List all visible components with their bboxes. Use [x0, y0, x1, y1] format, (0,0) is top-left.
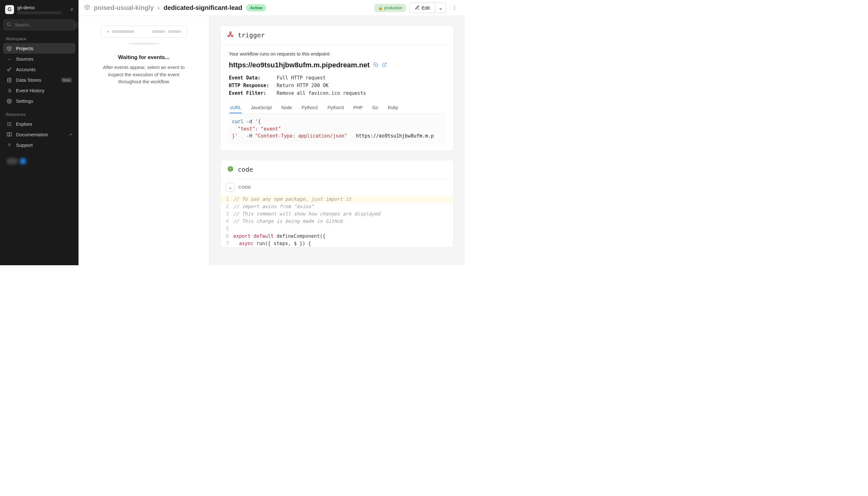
- kv-value: Full HTTP request: [277, 75, 326, 81]
- placeholder-card: [101, 26, 187, 38]
- svg-point-15: [9, 124, 10, 124]
- waiting-title: Waiting for events...: [118, 54, 170, 61]
- copy-icon[interactable]: [373, 62, 378, 68]
- search-icon: [6, 22, 12, 28]
- chevron-updown-icon: ⇵: [70, 7, 74, 12]
- sidebar-item-documentation[interactable]: Documentation ↗: [3, 129, 75, 140]
- database-icon: [6, 78, 12, 83]
- sidebar-item-explore[interactable]: Explore: [3, 119, 75, 129]
- grid-icon: [6, 122, 12, 127]
- svg-point-18: [9, 125, 10, 126]
- arrow-right-icon: →: [6, 56, 12, 62]
- sidebar-item-accounts[interactable]: Accounts: [3, 64, 75, 75]
- edit-button[interactable]: Edit: [410, 3, 435, 13]
- kv-value: Return HTTP 200 OK: [277, 83, 329, 89]
- endpoint-url: https://eo9tsu1hjbw8ufm.m.pipedream.net: [229, 61, 369, 69]
- kv-key: Event Filter:: [229, 90, 277, 96]
- sidebar-item-label: Documentation: [16, 132, 48, 137]
- workflow-panel: trigger Your workflow runs on requests t…: [209, 16, 464, 265]
- svg-point-0: [7, 23, 10, 26]
- list-icon: [6, 88, 12, 93]
- endpoint-url-row: https://eo9tsu1hjbw8ufm.m.pipedream.net: [229, 61, 445, 69]
- code-editor[interactable]: 1// To use any npm package, just import …: [221, 196, 454, 248]
- beta-badge: Beta: [61, 78, 72, 83]
- svg-point-13: [10, 122, 11, 123]
- trigger-card: trigger Your workflow runs on requests t…: [220, 26, 454, 151]
- code-title: code: [238, 166, 253, 173]
- svg-point-10: [9, 100, 10, 102]
- expand-code-button[interactable]: ⌄: [226, 183, 235, 192]
- sidebar-item-label: Accounts: [16, 67, 36, 72]
- svg-line-24: [384, 63, 386, 65]
- sidebar-section-workspace: Workspace: [6, 36, 73, 41]
- trigger-title: trigger: [238, 31, 265, 39]
- nodejs-icon: JS: [227, 165, 234, 174]
- breadcrumb-current: dedicated-significant-lead: [163, 4, 242, 12]
- svg-point-20: [228, 35, 230, 37]
- org-selector[interactable]: G git-demo ⇵: [3, 3, 75, 16]
- code-line: 1// To use any npm package, just import …: [221, 196, 454, 203]
- org-subtitle-blur: [17, 12, 62, 14]
- svg-point-11: [7, 122, 8, 123]
- sidebar-item-label: Data Stores: [16, 77, 41, 83]
- events-panel: Waiting for events... After events appea…: [79, 16, 209, 265]
- external-link-icon[interactable]: [382, 62, 387, 68]
- code-line: 3// This comment will show how changes a…: [221, 210, 454, 218]
- code-tab-ruby[interactable]: Ruby: [387, 103, 399, 113]
- pencil-icon: [415, 5, 420, 11]
- svg-point-14: [7, 124, 8, 124]
- edit-dropdown[interactable]: ⌄: [435, 3, 446, 13]
- code-tab-javascript[interactable]: JavaScript: [250, 103, 272, 113]
- trigger-description: Your workflow runs on requests to this e…: [229, 51, 445, 57]
- env-badge[interactable]: 🔒 production: [375, 4, 406, 12]
- cube-icon: [6, 46, 12, 51]
- breadcrumb-parent[interactable]: poised-usual-kingly: [94, 4, 154, 12]
- code-line: 5: [221, 225, 454, 233]
- code-line: 7 async run({ steps, $ }) {: [221, 240, 454, 247]
- kv-key: HTTP Response:: [229, 83, 277, 89]
- sidebar-item-projects[interactable]: Projects: [3, 43, 75, 53]
- gear-icon: [6, 99, 12, 104]
- svg-rect-23: [375, 64, 378, 67]
- code-tab-php[interactable]: PHP: [353, 103, 363, 113]
- cube-icon: [84, 4, 90, 12]
- blurred-content: [6, 158, 75, 165]
- chevron-down-icon: ⌄: [439, 5, 443, 11]
- topbar: poised-usual-kingly › dedicated-signific…: [79, 0, 464, 16]
- lock-icon: 🔒: [378, 6, 383, 10]
- sidebar-item-label: Support: [16, 142, 33, 148]
- code-line: 6export default defineComponent({: [221, 233, 454, 240]
- code-tab-go[interactable]: Go: [372, 103, 379, 113]
- svg-line-1: [10, 25, 11, 26]
- search-input[interactable]: [15, 22, 70, 28]
- code-tab-python3[interactable]: Python3: [327, 103, 344, 113]
- svg-point-16: [10, 124, 11, 124]
- breadcrumb-separator: ›: [158, 4, 160, 12]
- sidebar-item-event-history[interactable]: Event History: [3, 85, 75, 96]
- code-line: 4// This change is being made in GitHub: [221, 218, 454, 225]
- trigger-kv-row: Event Filter:Remove all favicon.ico requ…: [229, 90, 445, 96]
- sidebar-item-data-stores[interactable]: Data Stores Beta: [3, 75, 75, 85]
- org-name: git-demo: [17, 5, 62, 10]
- svg-point-21: [231, 35, 233, 37]
- svg-point-3: [7, 78, 11, 79]
- code-tab-curl[interactable]: cURL: [230, 103, 242, 113]
- book-icon: [6, 132, 12, 137]
- webhook-icon: [227, 31, 234, 39]
- search-input-container[interactable]: /: [3, 19, 75, 31]
- code-card: JS code ⌄ CODE 1// To use any npm packag…: [220, 160, 454, 248]
- status-badge: Active: [246, 4, 266, 12]
- sidebar-item-sources[interactable]: → Sources: [3, 53, 75, 64]
- kv-value: Remove all favicon.ico requests: [277, 90, 366, 96]
- code-tab-python2[interactable]: Python2: [301, 103, 318, 113]
- more-menu[interactable]: ⋮: [450, 3, 459, 13]
- sidebar-item-label: Settings: [16, 98, 33, 104]
- sidebar-item-settings[interactable]: Settings: [3, 96, 75, 106]
- trigger-kv-row: HTTP Response:Return HTTP 200 OK: [229, 83, 445, 89]
- search-shortcut-key: /: [74, 22, 79, 28]
- trigger-kv-row: Event Data:Full HTTP request: [229, 75, 445, 81]
- sidebar: G git-demo ⇵ / Workspace Projects → Sour…: [0, 0, 79, 265]
- sidebar-item-support[interactable]: ? Support: [3, 140, 75, 150]
- code-tab-node[interactable]: Node: [281, 103, 292, 113]
- waiting-text: After events appear, select an event to …: [99, 64, 189, 86]
